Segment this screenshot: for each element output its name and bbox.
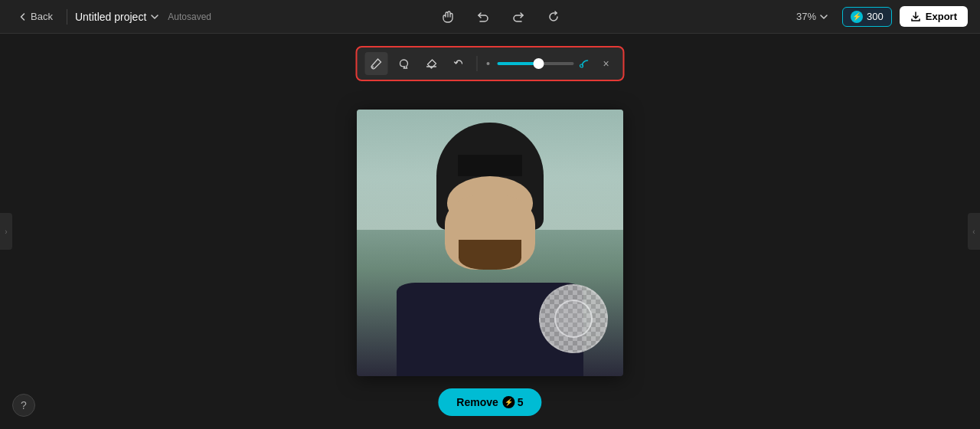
remove-credits: ⚡ 5 [503, 396, 524, 408]
undo-icon [476, 10, 490, 24]
restore-icon [453, 57, 466, 70]
restore-tool-button[interactable] [448, 52, 471, 75]
export-label: Export [926, 11, 957, 22]
autosaved-label: Autosaved [168, 11, 211, 22]
credits-count: 300 [867, 11, 884, 22]
credits-icon: ⚡ [851, 11, 863, 23]
chevron-down-icon [149, 11, 160, 22]
back-arrow-icon [18, 12, 28, 21]
svg-point-1 [487, 62, 490, 65]
grab-icon [441, 10, 455, 24]
left-handle-icon: › [5, 228, 7, 236]
person-image[interactable] [357, 110, 623, 376]
refresh-button[interactable] [543, 6, 564, 28]
svg-point-0 [372, 67, 374, 68]
face [445, 195, 535, 269]
help-button[interactable]: ? [12, 394, 35, 417]
back-label: Back [31, 11, 53, 22]
brush-cursor [554, 300, 593, 338]
close-icon: × [603, 57, 609, 70]
redo-button[interactable] [508, 6, 529, 28]
brush-tool-button[interactable] [365, 52, 388, 75]
header: Back Untitled project Autosaved [0, 0, 980, 34]
export-button[interactable]: Export [900, 6, 968, 27]
brush-size-control [484, 58, 590, 69]
header-center [437, 6, 564, 28]
credits-button[interactable]: ⚡ 300 [842, 7, 892, 27]
remove-credits-count: 5 [518, 396, 524, 408]
zoom-chevron-icon [819, 12, 828, 21]
eraser-tool-button[interactable] [420, 52, 443, 75]
image-wrapper: Remove ⚡ 5 [357, 110, 623, 376]
svg-point-2 [580, 64, 583, 67]
credits-bolt-icon: ⚡ [503, 396, 515, 408]
lasso-icon [398, 57, 410, 70]
grab-tool-button[interactable] [437, 6, 459, 28]
project-name-text: Untitled project [75, 11, 146, 23]
brush-icon [371, 57, 383, 70]
toolbar-separator [477, 56, 478, 71]
brush-size-small-icon [484, 59, 493, 68]
project-name[interactable]: Untitled project [75, 11, 160, 23]
back-button[interactable]: Back [12, 8, 59, 25]
help-icon: ? [21, 399, 27, 411]
brush-size-large-icon [579, 58, 590, 69]
close-toolbar-button[interactable]: × [597, 54, 616, 73]
eraser-icon [426, 57, 438, 70]
zoom-level: 37% [796, 11, 816, 22]
canvas-area: › ‹ [0, 34, 980, 429]
right-handle-icon: ‹ [972, 228, 975, 236]
right-panel-handle[interactable]: ‹ [968, 213, 980, 250]
hat-bill [458, 155, 522, 176]
floating-toolbar: × [356, 46, 625, 81]
export-icon [910, 11, 921, 22]
header-right: 37% ⚡ 300 Export [790, 6, 968, 27]
brush-erased-area [539, 284, 608, 353]
lasso-tool-button[interactable] [393, 52, 416, 75]
header-left: Back Untitled project Autosaved [12, 8, 211, 25]
left-panel-handle[interactable]: › [0, 213, 12, 250]
zoom-control[interactable]: 37% [790, 8, 835, 25]
remove-label: Remove [456, 396, 498, 408]
image-background [357, 110, 623, 376]
undo-button[interactable] [472, 6, 494, 28]
redo-icon [511, 10, 525, 24]
remove-button[interactable]: Remove ⚡ 5 [438, 388, 541, 416]
brush-size-slider[interactable] [498, 62, 574, 65]
beard [459, 240, 522, 270]
refresh-icon [547, 10, 560, 24]
header-divider [67, 9, 67, 25]
